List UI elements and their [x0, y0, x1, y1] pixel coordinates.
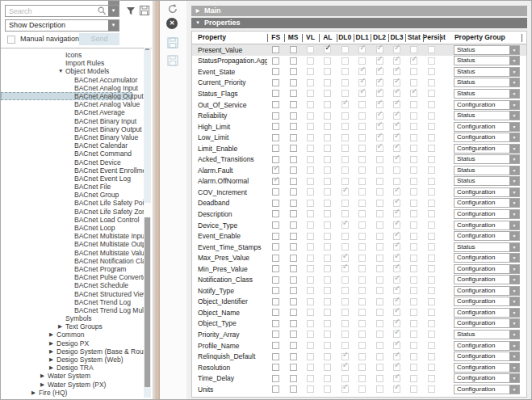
checkbox-dl1[interactable]: [358, 331, 366, 338]
checkbox-persist[interactable]: [428, 145, 435, 152]
property-group-select[interactable]: Status▼: [454, 78, 520, 87]
chevron-down-icon[interactable]: ▼: [509, 46, 519, 54]
checkbox-vl[interactable]: [307, 145, 314, 152]
checkbox-dl0[interactable]: ✓: [341, 265, 349, 272]
property-group-select[interactable]: Configuration▼: [454, 187, 520, 197]
checkbox-stat[interactable]: [410, 353, 417, 360]
property-group-select[interactable]: Configuration▼: [454, 198, 520, 208]
checkbox-dl3[interactable]: ✓: [393, 364, 400, 371]
checkbox-stat[interactable]: [410, 101, 417, 108]
checkbox-dl2[interactable]: [376, 210, 383, 217]
checkbox-fs[interactable]: [272, 265, 279, 272]
checkbox-al[interactable]: [324, 331, 331, 338]
manual-navigation-checkbox[interactable]: [7, 36, 15, 44]
checkbox-dl1[interactable]: [358, 309, 366, 316]
checkbox-fs[interactable]: [272, 287, 279, 294]
checkbox-al[interactable]: [324, 342, 331, 349]
checkbox-ms[interactable]: [290, 255, 297, 262]
tree-item[interactable]: BACnet Binary Input: [1, 117, 144, 125]
checkbox-fs[interactable]: [272, 233, 279, 240]
checkbox-al[interactable]: [324, 112, 331, 120]
tree-item[interactable]: ▶Desigo TRA: [1, 364, 144, 372]
chevron-down-icon[interactable]: ▼: [509, 243, 519, 251]
checkbox-dl3[interactable]: ✓: [393, 276, 400, 284]
checkbox-vl[interactable]: [307, 331, 314, 338]
checkbox-dl3[interactable]: ✓: [393, 255, 400, 262]
checkbox-dl3[interactable]: [393, 166, 400, 174]
checkbox-al[interactable]: [324, 221, 331, 229]
checkbox-persist[interactable]: [428, 287, 435, 294]
checkbox-al[interactable]: [324, 255, 331, 262]
show-description-select[interactable]: Show Description: [5, 19, 119, 32]
checkbox-fs[interactable]: [272, 342, 279, 349]
chevron-right-icon[interactable]: ▶: [49, 339, 57, 347]
checkbox-dl2[interactable]: ✓: [376, 145, 383, 152]
chevron-down-icon[interactable]: ▼: [509, 309, 519, 317]
checkbox-al[interactable]: [324, 320, 331, 327]
checkbox-persist[interactable]: [428, 221, 435, 229]
checkbox-vl[interactable]: [307, 243, 314, 251]
tree-item[interactable]: BACnet File: [1, 183, 144, 191]
save-alt-icon[interactable]: [166, 54, 179, 67]
checkbox-persist[interactable]: [428, 178, 435, 185]
checkbox-vl[interactable]: [307, 79, 314, 86]
checkbox-dl1[interactable]: [358, 265, 366, 272]
checkbox-persist[interactable]: [428, 364, 435, 371]
checkbox-al[interactable]: [324, 156, 331, 163]
checkbox-dl3[interactable]: ✓: [393, 342, 400, 349]
checkbox-fs[interactable]: [272, 145, 279, 152]
tree-item[interactable]: Symbols: [1, 314, 144, 322]
property-group-select[interactable]: Status▼: [454, 56, 520, 65]
tree-item[interactable]: BACnet Schedule: [1, 281, 144, 289]
checkbox-al[interactable]: [324, 276, 331, 284]
checkbox-dl0[interactable]: [341, 375, 349, 382]
checkbox-ms[interactable]: [290, 188, 297, 196]
checkbox-persist[interactable]: [428, 90, 435, 97]
checkbox-al[interactable]: [324, 385, 331, 393]
checkbox-ms[interactable]: [290, 90, 297, 97]
checkbox-dl2[interactable]: [376, 342, 383, 349]
chevron-down-icon[interactable]: ▼: [509, 265, 519, 273]
checkbox-ms[interactable]: [290, 46, 297, 53]
checkbox-persist[interactable]: [428, 112, 435, 120]
property-group-select[interactable]: Configuration▼: [454, 341, 520, 351]
property-group-select[interactable]: Status▼: [454, 67, 520, 77]
checkbox-dl3[interactable]: ✓: [393, 145, 400, 152]
checkbox-dl0[interactable]: [341, 79, 349, 86]
chevron-down-icon[interactable]: ▼: [509, 221, 519, 229]
checkbox-vl[interactable]: [307, 57, 314, 65]
checkbox-dl3[interactable]: ✓: [393, 156, 400, 163]
checkbox-dl0[interactable]: ✓: [341, 353, 349, 360]
chevron-down-icon[interactable]: ▼: [509, 374, 519, 382]
chevron-right-icon[interactable]: ▶: [49, 347, 57, 356]
scrollbar-up-icon[interactable]: [145, 48, 149, 50]
tree-item[interactable]: ▶Water System (PX): [1, 381, 144, 389]
checkbox-al[interactable]: [324, 134, 331, 141]
checkbox-persist[interactable]: [428, 134, 435, 141]
checkbox-ms[interactable]: [290, 331, 297, 338]
checkbox-dl1[interactable]: [358, 134, 366, 141]
checkbox-ms[interactable]: [290, 123, 297, 130]
property-group-select[interactable]: Status▼: [454, 111, 520, 120]
checkbox-al[interactable]: [324, 353, 331, 360]
checkbox-dl0[interactable]: [341, 46, 349, 53]
tree-item[interactable]: ▶Desigo System (Web): [1, 356, 144, 364]
property-group-select[interactable]: Status▼: [454, 242, 520, 252]
checkbox-dl1[interactable]: [358, 112, 366, 120]
checkbox-dl0[interactable]: ✓: [341, 101, 349, 108]
tree-item[interactable]: BACnet Notification Class: [1, 257, 144, 265]
property-group-select[interactable]: Status▼: [454, 330, 520, 339]
section-header-properties[interactable]: ▼Properties: [191, 18, 527, 28]
checkbox-al[interactable]: [324, 79, 331, 86]
checkbox-fs[interactable]: [272, 134, 279, 141]
checkbox-vl[interactable]: [307, 188, 314, 196]
checkbox-ms[interactable]: [290, 375, 297, 382]
checkbox-dl1[interactable]: [358, 166, 366, 174]
checkbox-dl1[interactable]: ✓: [358, 79, 366, 86]
property-group-select[interactable]: Configuration▼: [454, 297, 520, 306]
property-group-select[interactable]: Configuration▼: [454, 385, 520, 394]
checkbox-dl1[interactable]: ✓: [358, 68, 366, 75]
chevron-right-icon[interactable]: ▶: [31, 389, 39, 397]
checkbox-vl[interactable]: [307, 287, 314, 294]
checkbox-ms[interactable]: [290, 276, 297, 284]
